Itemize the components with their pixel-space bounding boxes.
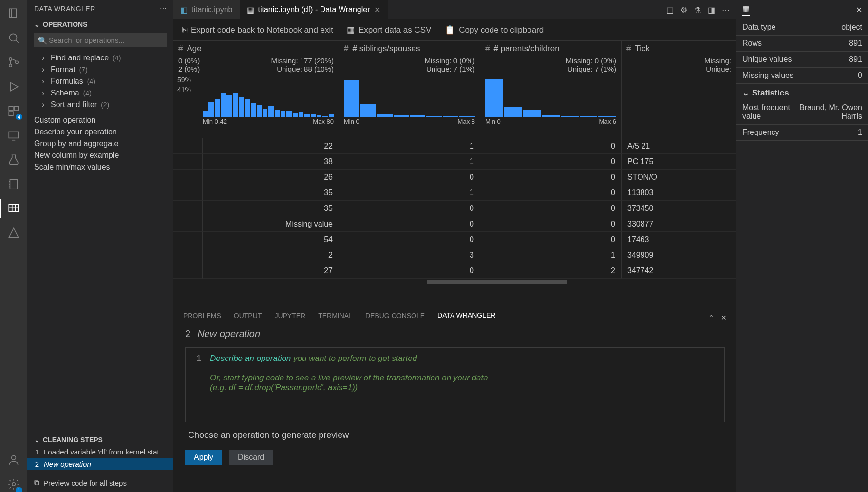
- close-icon[interactable]: ✕: [856, 5, 862, 15]
- chevron-right-icon: ›: [42, 65, 47, 74]
- search-icon[interactable]: [6, 30, 21, 46]
- cleaning-steps-section[interactable]: ⌄ CLEANING STEPS: [27, 434, 173, 446]
- table-row[interactable]: 2210A/5 21: [173, 138, 736, 154]
- table-row[interactable]: 2600STON/O: [173, 170, 736, 185]
- svg-point-2: [9, 58, 12, 60]
- svg-rect-10: [9, 204, 19, 211]
- run-debug-icon[interactable]: [6, 79, 21, 95]
- panel-tab[interactable]: DATA WRANGLER: [437, 311, 495, 323]
- main-area: ◧ titanic.ipynb ▦ titanic.ipynb (df) - D…: [173, 0, 736, 492]
- statistics-section[interactable]: ⌄Statistics: [736, 84, 868, 100]
- more-icon[interactable]: ⋯: [722, 5, 730, 15]
- cleaning-step[interactable]: 1Loaded variable 'df' from kernel stat…: [27, 446, 173, 458]
- tab-data-wrangler[interactable]: ▦ titanic.ipynb (df) - Data Wrangler ✕: [240, 0, 388, 19]
- code-icon: ⧉: [34, 478, 39, 487]
- table-row[interactable]: 3510113803: [173, 185, 736, 201]
- panel-tab[interactable]: DEBUG CONSOLE: [365, 312, 425, 323]
- close-icon[interactable]: ✕: [374, 5, 380, 15]
- extensions-icon[interactable]: 4: [6, 103, 21, 119]
- chevron-up-icon[interactable]: ⌃: [708, 314, 714, 322]
- layout-icon[interactable]: ◫: [666, 5, 674, 15]
- operation-item[interactable]: Group by and aggregate: [27, 138, 173, 150]
- toolbar: ⎘Export code back to Notebook and exit ▦…: [173, 19, 736, 41]
- operation-category[interactable]: ›Find and replace (4): [27, 52, 173, 64]
- hash-icon: #: [485, 44, 490, 54]
- table-icon: ▦: [247, 5, 254, 15]
- chevron-right-icon: ›: [42, 89, 47, 97]
- hash-icon: #: [178, 44, 183, 54]
- preview-all-steps[interactable]: ⧉ Preview code for all steps: [27, 473, 173, 492]
- table-row[interactable]: 3810PC 175: [173, 154, 736, 170]
- horizontal-scrollbar[interactable]: [173, 279, 736, 285]
- discard-button[interactable]: Discard: [229, 450, 273, 465]
- tab-bar: ◧ titanic.ipynb ▦ titanic.ipynb (df) - D…: [173, 0, 736, 19]
- hash-icon: #: [344, 44, 348, 54]
- panel-tab[interactable]: TERMINAL: [318, 312, 353, 323]
- operation-item[interactable]: New column by example: [27, 150, 173, 161]
- panel-tab[interactable]: OUTPUT: [234, 312, 262, 323]
- column-header[interactable]: ## siblings/spouses Missing: 0 (0%) Uniq…: [339, 41, 480, 138]
- split-icon[interactable]: ◨: [708, 5, 715, 15]
- svg-point-11: [12, 455, 16, 460]
- close-icon[interactable]: ✕: [721, 314, 727, 322]
- svg-point-1: [9, 34, 17, 41]
- explorer-icon[interactable]: [6, 6, 21, 21]
- export-to-notebook-button[interactable]: ⎘Export code back to Notebook and exit: [182, 25, 333, 35]
- table-row[interactable]: 3500373450: [173, 201, 736, 216]
- column-header[interactable]: ## parents/children Missing: 0 (0%) Uniq…: [480, 41, 622, 138]
- svg-rect-9: [10, 179, 17, 189]
- column-histogram: Min 0Max 8: [339, 73, 480, 138]
- extensions-badge: 4: [16, 114, 22, 120]
- svg-rect-5: [9, 106, 13, 111]
- table-icon[interactable]: ▦: [742, 4, 750, 16]
- chevron-down-icon: ⌄: [34, 20, 40, 28]
- operation-item[interactable]: Custom operation: [27, 114, 173, 126]
- copy-icon: 📋: [445, 25, 455, 35]
- notebook-icon[interactable]: [6, 176, 21, 192]
- azure-icon[interactable]: [6, 225, 21, 241]
- apply-button[interactable]: Apply: [185, 450, 222, 465]
- svg-point-3: [9, 64, 12, 67]
- cleaning-step[interactable]: 2New operation: [27, 458, 173, 470]
- operation-category[interactable]: ›Sort and filter (2): [27, 99, 173, 111]
- table-row[interactable]: 231349909: [173, 247, 736, 263]
- table-row[interactable]: Missing value00330877: [173, 216, 736, 232]
- column-header[interactable]: #Tick Missing: Unique:: [622, 41, 736, 138]
- operation-item[interactable]: Describe your operation: [27, 126, 173, 138]
- remote-icon[interactable]: [6, 128, 21, 143]
- operations-search-input[interactable]: [34, 33, 167, 47]
- gear-icon[interactable]: ⚙: [680, 5, 687, 15]
- operation-category[interactable]: ›Formulas (4): [27, 76, 173, 87]
- beaker-icon[interactable]: ⚗: [694, 5, 701, 15]
- source-control-icon[interactable]: [6, 55, 21, 70]
- svg-point-4: [16, 61, 18, 63]
- activity-bar: 4 1: [0, 0, 27, 492]
- export-icon: ⎘: [182, 25, 187, 35]
- account-icon[interactable]: [6, 452, 21, 468]
- settings-icon[interactable]: 1: [6, 476, 21, 492]
- panel-tab[interactable]: PROBLEMS: [183, 312, 221, 323]
- operation-item[interactable]: Scale min/max values: [27, 161, 173, 173]
- tab-notebook[interactable]: ◧ titanic.ipynb: [173, 0, 240, 19]
- operation-category[interactable]: ›Schema (4): [27, 87, 173, 99]
- testing-icon[interactable]: [6, 152, 21, 168]
- operations-section[interactable]: ⌄ OPERATIONS: [27, 19, 173, 30]
- data-wrangler-icon[interactable]: [6, 201, 21, 216]
- code-editor[interactable]: 1Describe an operation you want to perfo…: [185, 347, 725, 422]
- table-row[interactable]: 2702347742: [173, 263, 736, 279]
- copy-code-button[interactable]: 📋Copy code to clipboard: [445, 25, 544, 35]
- chevron-right-icon: ›: [42, 54, 47, 62]
- more-icon[interactable]: ⋯: [160, 5, 167, 13]
- column-header[interactable]: #Age 0 (0%)Missing: 177 (20%) 2 (0%)Uniq…: [173, 41, 339, 138]
- search-icon: 🔍: [38, 36, 48, 45]
- export-csv-button[interactable]: ▦Export data as CSV: [347, 25, 431, 35]
- svg-rect-7: [9, 112, 13, 116]
- table-row[interactable]: 540017463: [173, 232, 736, 247]
- sidebar-title: DATA WRANGLER: [34, 5, 95, 13]
- sidebar: DATA WRANGLER ⋯ ⌄ OPERATIONS 🔍 ›Find and…: [27, 0, 173, 492]
- panel-tab[interactable]: JUPYTER: [274, 312, 305, 323]
- new-operation-title: New operation: [197, 328, 260, 340]
- operation-category[interactable]: ›Format (7): [27, 64, 173, 76]
- settings-badge: 1: [16, 487, 22, 492]
- chevron-right-icon: ›: [42, 100, 47, 109]
